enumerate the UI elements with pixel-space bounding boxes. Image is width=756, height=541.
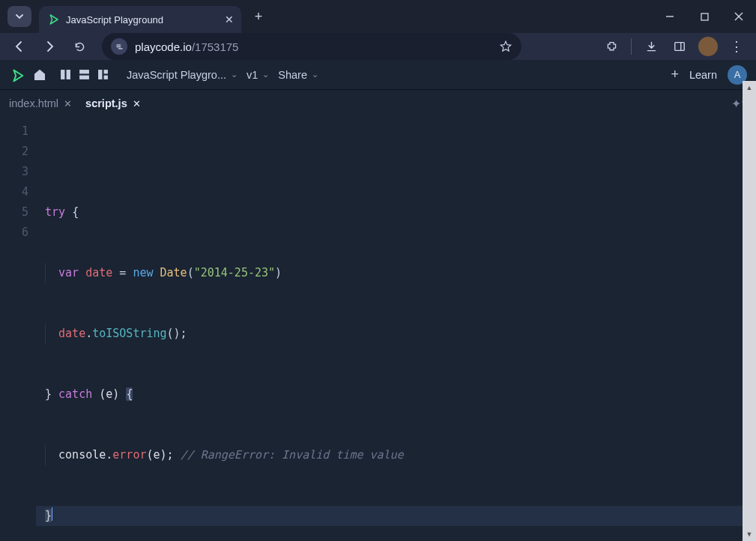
back-button[interactable] <box>6 33 33 60</box>
forward-button[interactable] <box>36 33 63 60</box>
chevron-down-icon: ⌄ <box>312 70 318 79</box>
tab-search-dropdown[interactable] <box>7 6 31 27</box>
reload-button[interactable] <box>66 33 93 60</box>
project-name-dropdown[interactable]: JavaScript Playgro...⌄ <box>127 69 238 81</box>
window-titlebar: JavaScript Playground ✕ + <box>0 0 756 33</box>
downloads-icon[interactable] <box>638 33 665 60</box>
page-scrollbar[interactable]: ▲ ▼ <box>743 81 756 541</box>
layout-full-icon[interactable] <box>97 69 109 80</box>
browser-toolbar: playcode.io/1753175 ⋮ <box>0 33 756 60</box>
tab-close-icon[interactable]: ✕ <box>133 98 141 109</box>
app-logo-icon[interactable] <box>9 67 24 82</box>
app-frame: JavaScript Playgro...⌄ v1⌄ Share⌄ + Lear… <box>0 60 756 541</box>
svg-rect-8 <box>67 70 70 79</box>
svg-rect-12 <box>104 70 108 73</box>
url-text: playcode.io/1753175 <box>135 40 492 53</box>
add-button[interactable]: + <box>671 67 679 82</box>
bookmark-star-icon[interactable] <box>499 40 512 53</box>
svg-rect-10 <box>79 76 89 79</box>
editor-tab-label: index.html <box>9 97 58 109</box>
line-gutter: 1 2 3 4 5 6 <box>0 121 36 541</box>
svg-rect-1 <box>701 13 708 20</box>
scroll-track[interactable] <box>743 94 756 528</box>
sidepanel-icon[interactable] <box>666 33 693 60</box>
address-bar[interactable]: playcode.io/1753175 <box>102 33 521 60</box>
new-tab-button[interactable]: + <box>247 5 270 28</box>
site-info-icon[interactable] <box>111 38 127 55</box>
chevron-down-icon: ⌄ <box>231 70 238 79</box>
version-label: v1 <box>247 69 258 81</box>
window-controls <box>653 1 756 31</box>
editor-tab-label: script.js <box>85 97 127 109</box>
app-toolbar: JavaScript Playgro...⌄ v1⌄ Share⌄ + Lear… <box>0 60 756 90</box>
svg-rect-9 <box>79 70 89 73</box>
editor-tabs: index.html ✕ script.js ✕ ✦⁺ <box>0 90 756 117</box>
tab-close-icon[interactable]: ✕ <box>225 13 234 25</box>
scroll-down-icon[interactable]: ▼ <box>743 528 756 541</box>
svg-rect-7 <box>61 70 64 79</box>
chevron-down-icon: ⌄ <box>262 70 269 79</box>
share-label: Share <box>278 69 307 81</box>
learn-link[interactable]: Learn <box>689 69 717 81</box>
browser-tab-active[interactable]: JavaScript Playground ✕ <box>39 6 241 33</box>
version-dropdown[interactable]: v1⌄ <box>247 69 269 81</box>
window-close-button[interactable] <box>722 1 756 31</box>
project-name-label: JavaScript Playgro... <box>127 69 226 81</box>
svg-rect-11 <box>98 70 102 79</box>
browser-window: JavaScript Playground ✕ + playcode.io/17… <box>0 0 756 541</box>
code-editor[interactable]: 1 2 3 4 5 6 try { var date = new Date("2… <box>0 117 756 541</box>
window-minimize-button[interactable] <box>653 1 687 31</box>
svg-rect-5 <box>675 43 684 51</box>
editor-tab-script-js[interactable]: script.js ✕ <box>85 97 141 109</box>
profile-avatar[interactable] <box>695 33 722 60</box>
layout-toggle-group <box>60 69 109 80</box>
editor-tab-index-html[interactable]: index.html ✕ <box>9 97 72 109</box>
window-maximize-button[interactable] <box>687 1 722 31</box>
separator <box>631 38 632 55</box>
share-dropdown[interactable]: Share⌄ <box>278 69 318 81</box>
layout-rows-icon[interactable] <box>79 69 90 80</box>
chrome-menu-icon[interactable]: ⋮ <box>723 33 750 60</box>
svg-rect-13 <box>104 76 108 79</box>
tab-title: JavaScript Playground <box>66 14 163 25</box>
scroll-up-icon[interactable]: ▲ <box>743 81 756 94</box>
code-content[interactable]: try { var date = new Date("2014-25-23") … <box>36 121 756 541</box>
tab-close-icon[interactable]: ✕ <box>64 98 72 109</box>
layout-columns-icon[interactable] <box>60 69 71 80</box>
tab-favicon-icon <box>46 13 60 26</box>
text-cursor <box>52 507 52 521</box>
extensions-icon[interactable] <box>598 33 625 60</box>
home-icon[interactable] <box>33 68 46 82</box>
